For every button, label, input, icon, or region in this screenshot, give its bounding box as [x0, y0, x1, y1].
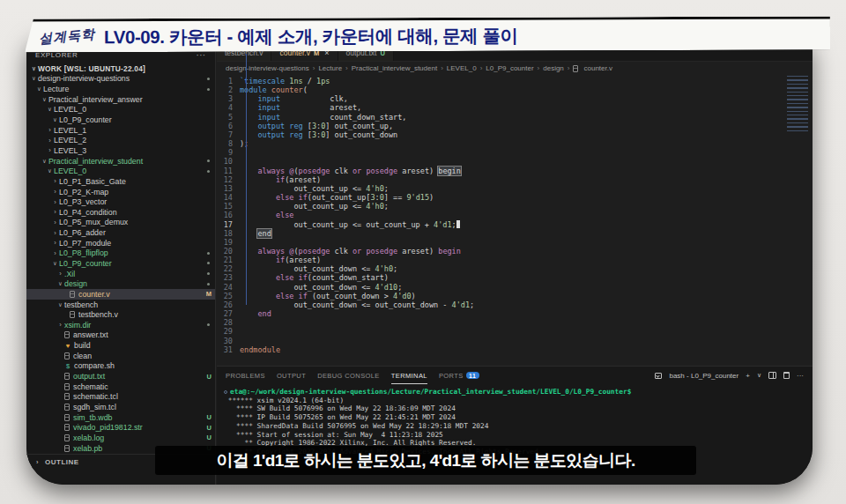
tree-item-l0-p5-mux-demux[interactable]: ›L0_P5_mux_demux — [26, 218, 215, 228]
line-number: 6 — [217, 122, 240, 130]
chevron-down-icon: ∨ — [46, 106, 54, 113]
tree-item-sgdh-sim-tcl[interactable]: sgdh_sim.tcl — [26, 402, 215, 412]
tree-item-testbench[interactable]: ∨testbench — [26, 300, 215, 310]
panel-tab-output[interactable]: OUTPUT — [277, 367, 306, 384]
panel-tab-ports[interactable]: PORTS11 — [439, 367, 479, 384]
tree-item-level-2[interactable]: ›LEVEL_2 — [26, 135, 215, 145]
panel-tab-problems[interactable]: PROBLEMS — [226, 367, 265, 384]
breadcrumb-item[interactable]: design-interview-questions — [226, 64, 309, 72]
modified-dot-indicator — [207, 262, 210, 264]
tree-item-label: schematic — [73, 382, 108, 391]
breadcrumb-item[interactable]: L0_P9_counter — [486, 64, 533, 72]
git-status-badge: U — [207, 434, 212, 441]
line-number: 14 — [217, 193, 240, 202]
line-number: 8 — [217, 139, 240, 148]
line-number: 16 — [217, 211, 240, 219]
file-icon — [64, 414, 70, 421]
code-editor[interactable]: 1`timescale 1ns / 1ps2module counter(3 i… — [217, 74, 813, 366]
tree-item-build[interactable]: ♥build — [26, 340, 215, 351]
tree-item-sim-tb-wdb[interactable]: sim_tb.wdbU — [26, 412, 215, 423]
tree-item-l0-p9-counter[interactable]: ∨L0_P9_counter — [26, 115, 215, 125]
tree-item-label: L0_P9_counter — [59, 259, 112, 268]
terminal-output-line: **** SharedData Build 5076995 on Wed May… — [224, 422, 807, 431]
line-number: 20 — [217, 247, 240, 256]
tree-item-l0-p4-condition[interactable]: ›L0_P4_condition — [26, 207, 215, 218]
tree-item-counter-v[interactable]: counter.vM — [26, 289, 215, 300]
terminal-output-line: **** Start of session at: Sun May 4 11:2… — [224, 431, 807, 440]
minimap[interactable] — [787, 76, 808, 132]
tree-item-design[interactable]: ∨design — [26, 278, 215, 289]
code-line-13: 13 out_count_up <= 4'h0; — [217, 184, 813, 193]
line-number: 29 — [217, 327, 240, 336]
tree-item-l0-p7-module[interactable]: ›L0_P7_module — [26, 238, 215, 248]
panel-tab-terminal[interactable]: TERMINAL — [391, 367, 427, 384]
file-icon — [64, 434, 70, 441]
panel-more-icon[interactable]: ··· — [797, 372, 804, 380]
panel-tab-debug-console[interactable]: DEBUG CONSOLE — [317, 367, 380, 384]
tree-item-l0-p1-basic-gate[interactable]: ›L0_P1_Basic_Gate — [26, 176, 215, 187]
tree-item-work-wsl-ubuntu-22-04[interactable]: ∨WORK [WSL: UBUNTU-22.04] — [26, 63, 215, 74]
tree-item-label: schematic.tcl — [73, 392, 118, 401]
tree-item-level-0[interactable]: ∨LEVEL_0 — [26, 105, 215, 115]
tree-item-testbench-v[interactable]: testbench.v — [26, 309, 215, 320]
tree-item-level-0[interactable]: ∨LEVEL_0 — [26, 166, 215, 176]
tree-item-practical-interview-student[interactable]: ∨Practical_interview_student — [26, 156, 215, 167]
tree-item-output-txt[interactable]: output.txtU — [26, 371, 215, 382]
code-line-14: 14 else if(out_count_up[3:0] == 9'd15) — [217, 193, 813, 202]
tree-item-vivado-pid19812-str[interactable]: vivado_pid19812.strU — [26, 422, 215, 433]
tree-item-lecture[interactable]: ∨Lecture — [26, 84, 215, 94]
tree-item-l0-p2-k-map[interactable]: ›L0_P2_K-map — [26, 187, 215, 197]
breadcrumb-item[interactable]: LEVEL_0 — [447, 64, 477, 72]
git-status-badge: M — [206, 290, 212, 298]
breadcrumb-item[interactable]: Practical_interview_student — [352, 64, 437, 72]
tree-item-compare-sh[interactable]: $compare.sh — [26, 361, 215, 372]
more-actions-icon[interactable]: ··· — [197, 51, 206, 59]
video-title: LV0-09. 카운터 - 예제 소개, 카운터에 대해, 문제 풀이 — [104, 23, 518, 49]
file-icon — [64, 352, 70, 359]
tree-item-xsim-dir[interactable]: ›xsim.dir — [26, 320, 215, 330]
tree-item-label: testbench.v — [78, 310, 118, 319]
explorer-sidebar: EXPLORER ··· ∨WORK [WSL: UBUNTU-22.04]∨d… — [26, 33, 216, 485]
code-line-11: 11 always @(posedge clk or posedge arese… — [217, 167, 813, 175]
split-terminal-icon[interactable] — [768, 372, 776, 379]
tree-item-practical-interview-answer[interactable]: ∨Practical_interview_answer — [26, 94, 215, 105]
line-number: 31 — [217, 345, 240, 354]
kill-terminal-icon[interactable] — [783, 372, 790, 379]
breadcrumb-separator: › — [441, 64, 443, 72]
tree-item-level-1[interactable]: ›LEVEL_1 — [26, 125, 215, 136]
code-line-19: 19 — [217, 238, 813, 247]
tree-item-label: LEVEL_0 — [54, 167, 86, 175]
tree-item-xelab-log[interactable]: xelab.logU — [26, 433, 215, 443]
breadcrumb-item[interactable]: counter.v — [583, 64, 612, 72]
build-file-icon: ♥ — [64, 342, 71, 350]
tree-item-xil[interactable]: ›.Xil — [26, 269, 215, 279]
tree-item-answer-txt[interactable]: answer.txt — [26, 330, 215, 341]
chevron-down-icon: ∨ — [56, 301, 64, 308]
file-icon — [64, 331, 70, 338]
vscode-window: EXPLORER ··· ∨WORK [WSL: UBUNTU-22.04]∨d… — [26, 33, 813, 485]
code-line-31: 31endmodule — [217, 345, 813, 354]
breadcrumb-item[interactable]: design — [543, 64, 564, 72]
tree-item-l0-p8-flipflop[interactable]: ›L0_P8_flipflop — [26, 248, 215, 259]
file-icon — [573, 65, 578, 72]
tree-item-level-3[interactable]: ›LEVEL_3 — [26, 145, 215, 156]
tree-item-clean[interactable]: clean — [26, 351, 215, 361]
new-terminal-icon[interactable]: + — [746, 372, 750, 380]
terminal-instance-label[interactable]: bash - L0_P9_counter — [669, 372, 738, 380]
tree-item-design-interview-questions[interactable]: ∨design-interview-questions — [26, 74, 215, 85]
tree-item-schematic-tcl[interactable]: schematic.tcl — [26, 392, 215, 403]
tree-item-schematic[interactable]: schematic — [26, 382, 215, 392]
modified-dot-indicator — [207, 323, 210, 326]
terminal-output-line: **** IP Build 5075265 on Wed May 22 21:4… — [224, 413, 807, 422]
tree-item-l0-p6-adder[interactable]: ›L0_P6_adder — [26, 227, 215, 238]
terminal-profile-chevron-icon[interactable]: ∨ — [757, 372, 761, 379]
editor-group: testbench.vcounter.vM×output.txtU design… — [217, 33, 813, 366]
file-icon — [70, 291, 75, 298]
breadcrumb-item[interactable]: Lecture — [318, 64, 342, 72]
tree-item-l0-p3-vector[interactable]: ›L0_P3_vector — [26, 196, 215, 207]
line-number: 4 — [217, 103, 240, 112]
chevron-right-icon: › — [51, 239, 59, 247]
tree-item-label: testbench — [64, 300, 98, 309]
tree-item-l0-p9-counter[interactable]: ∨L0_P9_counter — [26, 258, 215, 269]
line-number: 5 — [217, 113, 240, 122]
